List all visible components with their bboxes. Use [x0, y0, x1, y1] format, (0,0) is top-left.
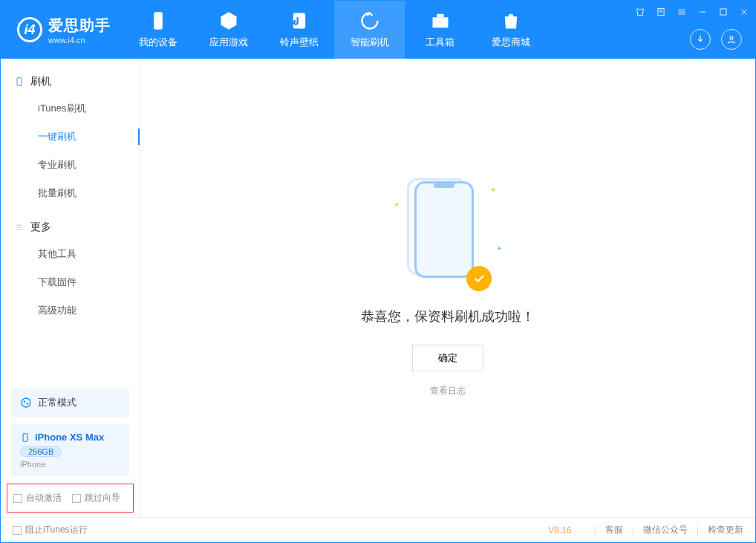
device-icon [20, 432, 30, 443]
nav-label: 智能刷机 [351, 36, 389, 49]
device-capacity: 256GB [20, 446, 62, 457]
maximize-button[interactable] [717, 5, 730, 19]
nav-rings[interactable]: 铃声壁纸 [264, 1, 334, 59]
device-type: iPhone [20, 460, 120, 469]
sidebar: 刷机 iTunes刷机 一键刷机 专业刷机 批量刷机 更多 其他工具 下载固件 … [1, 59, 140, 517]
nav-label: 铃声壁纸 [280, 36, 319, 49]
svg-rect-2 [432, 17, 448, 27]
download-icon [694, 33, 706, 45]
toolbox-icon [430, 10, 451, 31]
status-icon [20, 397, 32, 409]
nav-flash[interactable]: 智能刷机 [334, 1, 405, 59]
success-badge-icon [466, 266, 492, 291]
highlighted-options-box: 自动激活 跳过向导 [7, 484, 134, 513]
header-actions [690, 29, 742, 50]
skip-guide-checkbox[interactable]: 跳过向导 [72, 492, 120, 504]
body: 刷机 iTunes刷机 一键刷机 专业刷机 批量刷机 更多 其他工具 下载固件 … [1, 59, 755, 517]
svg-point-8 [22, 398, 30, 407]
sidebar-item-itunes[interactable]: iTunes刷机 [1, 94, 140, 123]
sidebar-item-oneclick[interactable]: 一键刷机 [1, 123, 140, 151]
user-icon [726, 33, 737, 45]
svg-point-9 [24, 400, 26, 403]
bag-icon [501, 10, 521, 31]
checkbox-label: 跳过向导 [85, 492, 120, 504]
status-label: 正常模式 [38, 396, 76, 409]
checkbox-label: 自动激活 [26, 492, 62, 504]
checkbox-icon [13, 526, 22, 535]
view-log-link[interactable]: 查看日志 [430, 385, 466, 397]
svg-rect-6 [720, 9, 726, 15]
note-icon [656, 7, 666, 17]
nav-label: 爱思商城 [492, 36, 530, 49]
feedback-button[interactable] [654, 5, 668, 19]
update-link[interactable]: 检查更新 [708, 524, 743, 536]
nav-label: 我的设备 [139, 36, 177, 49]
version-text: V8.16 [548, 525, 571, 536]
checkbox-icon [72, 494, 81, 503]
wechat-link[interactable]: 微信公众号 [643, 524, 688, 536]
sidebar-item-pro[interactable]: 专业刷机 [1, 151, 140, 179]
shirt-icon [635, 7, 645, 17]
svg-point-4 [730, 36, 733, 39]
checkbox-icon [13, 494, 22, 503]
title-bar: i4 爱思助手 www.i4.cn 我的设备 应用游戏 铃声壁纸 智能刷机 [1, 1, 755, 59]
nav-label: 应用游戏 [209, 36, 248, 49]
user-button[interactable] [721, 29, 742, 50]
cube-icon [218, 10, 239, 31]
status-box[interactable]: 正常模式 [11, 388, 129, 417]
auto-activate-checkbox[interactable]: 自动激活 [13, 492, 62, 504]
menu-icon [677, 7, 687, 17]
sidebar-group-flash: 刷机 [1, 69, 140, 94]
maximize-icon [718, 7, 729, 17]
nav-device[interactable]: 我的设备 [123, 1, 193, 59]
app-url: www.i4.cn [48, 36, 111, 45]
success-illustration: ✦ ✦ ✦ [407, 178, 489, 290]
block-itunes-checkbox[interactable]: 阻止iTunes运行 [13, 524, 88, 536]
device-name: iPhone XS Max [35, 432, 104, 443]
phone-icon [148, 10, 169, 31]
sidebar-item-batch[interactable]: 批量刷机 [1, 179, 140, 207]
window-controls [633, 5, 751, 19]
logo-icon: i4 [17, 17, 42, 42]
nav-apps[interactable]: 应用游戏 [193, 1, 264, 59]
result-message: 恭喜您，保资料刷机成功啦！ [361, 308, 535, 325]
top-nav: 我的设备 应用游戏 铃声壁纸 智能刷机 工具箱 爱思商城 [123, 1, 546, 59]
app-window: i4 爱思助手 www.i4.cn 我的设备 应用游戏 铃声壁纸 智能刷机 [0, 0, 756, 543]
nav-toolbox[interactable]: 工具箱 [405, 1, 475, 59]
checkbox-label: 阻止iTunes运行 [25, 524, 88, 536]
group-title: 更多 [30, 221, 51, 234]
sidebar-item-other[interactable]: 其他工具 [1, 240, 140, 268]
minimize-button[interactable] [696, 5, 709, 19]
music-icon [289, 10, 310, 31]
menu-button[interactable] [675, 5, 688, 19]
theme-button[interactable] [633, 5, 647, 19]
minimize-icon [697, 7, 708, 17]
group-title: 刷机 [30, 75, 51, 88]
support-link[interactable]: 客服 [605, 524, 623, 536]
sidebar-item-fw[interactable]: 下载固件 [1, 268, 140, 296]
svg-rect-7 [17, 78, 22, 86]
device-outline-icon [14, 77, 25, 87]
close-button[interactable] [737, 5, 751, 19]
svg-rect-3 [437, 14, 443, 18]
svg-rect-0 [154, 12, 163, 29]
svg-point-10 [27, 403, 29, 405]
close-icon [739, 7, 749, 17]
nav-label: 工具箱 [426, 36, 454, 49]
download-button[interactable] [690, 29, 711, 50]
ok-button[interactable]: 确定 [412, 345, 483, 371]
sidebar-item-adv[interactable]: 高级功能 [1, 296, 140, 325]
app-logo[interactable]: i4 爱思助手 www.i4.cn [1, 16, 123, 45]
app-name: 爱思助手 [48, 16, 111, 36]
status-bar: 阻止iTunes运行 V8.16 | 客服 | 微信公众号 | 检查更新 [1, 517, 755, 542]
device-box[interactable]: iPhone XS Max 256GB iPhone [11, 424, 129, 476]
list-icon [14, 222, 25, 233]
nav-store[interactable]: 爱思商城 [475, 1, 546, 59]
svg-rect-11 [23, 433, 27, 441]
sidebar-group-more: 更多 [1, 215, 140, 240]
sync-icon [359, 10, 380, 31]
main-panel: ✦ ✦ ✦ 恭喜您，保资料刷机成功啦！ 确定 查看日志 [140, 59, 755, 517]
